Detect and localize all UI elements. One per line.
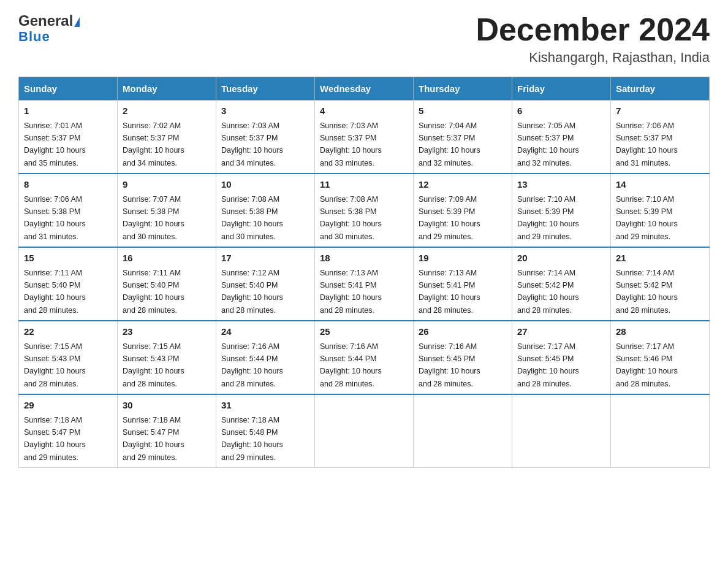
day-info: Sunrise: 7:16 AMSunset: 5:44 PMDaylight:… [221, 342, 283, 388]
col-friday: Friday [512, 77, 611, 101]
day-number: 8 [24, 178, 112, 192]
calendar-cell: 24 Sunrise: 7:16 AMSunset: 5:44 PMDaylig… [216, 321, 315, 394]
calendar-cell: 27 Sunrise: 7:17 AMSunset: 5:45 PMDaylig… [512, 321, 611, 394]
calendar-cell: 18 Sunrise: 7:13 AMSunset: 5:41 PMDaylig… [315, 247, 414, 321]
day-number: 20 [517, 251, 605, 266]
day-info: Sunrise: 7:18 AMSunset: 5:47 PMDaylight:… [123, 416, 184, 462]
day-number: 10 [221, 178, 309, 192]
day-info: Sunrise: 7:14 AMSunset: 5:42 PMDaylight:… [517, 269, 579, 315]
calendar-row-1: 1 Sunrise: 7:01 AMSunset: 5:37 PMDayligh… [19, 101, 710, 174]
calendar-cell [512, 394, 611, 468]
day-number: 11 [320, 178, 408, 192]
day-number: 7 [616, 104, 704, 118]
calendar-header-row: Sunday Monday Tuesday Wednesday Thursday… [19, 77, 710, 101]
day-number: 2 [123, 104, 211, 118]
calendar-row-3: 15 Sunrise: 7:11 AMSunset: 5:40 PMDaylig… [19, 247, 710, 321]
calendar-cell: 23 Sunrise: 7:15 AMSunset: 5:43 PMDaylig… [118, 321, 216, 394]
calendar-subtitle: Kishangargh, Rajasthan, India [476, 50, 710, 66]
calendar-row-4: 22 Sunrise: 7:15 AMSunset: 5:43 PMDaylig… [19, 321, 710, 394]
day-number: 13 [517, 178, 605, 192]
day-info: Sunrise: 7:10 AMSunset: 5:39 PMDaylight:… [616, 195, 678, 241]
calendar-cell [611, 394, 710, 468]
day-info: Sunrise: 7:13 AMSunset: 5:41 PMDaylight:… [419, 269, 480, 315]
day-number: 27 [517, 325, 605, 339]
calendar-cell: 8 Sunrise: 7:06 AMSunset: 5:38 PMDayligh… [19, 174, 118, 247]
day-info: Sunrise: 7:10 AMSunset: 5:39 PMDaylight:… [517, 195, 579, 241]
logo-blue: Blue [18, 29, 50, 45]
logo-text: General [18, 12, 80, 30]
calendar-cell: 4 Sunrise: 7:03 AMSunset: 5:37 PMDayligh… [315, 101, 414, 174]
col-sunday: Sunday [19, 77, 118, 101]
day-info: Sunrise: 7:15 AMSunset: 5:43 PMDaylight:… [123, 342, 184, 388]
calendar-cell: 1 Sunrise: 7:01 AMSunset: 5:37 PMDayligh… [19, 101, 118, 174]
day-info: Sunrise: 7:05 AMSunset: 5:37 PMDaylight:… [517, 121, 579, 167]
calendar-cell: 9 Sunrise: 7:07 AMSunset: 5:38 PMDayligh… [118, 174, 216, 247]
day-number: 5 [419, 104, 507, 118]
day-info: Sunrise: 7:13 AMSunset: 5:41 PMDaylight:… [320, 269, 382, 315]
day-info: Sunrise: 7:16 AMSunset: 5:45 PMDaylight:… [419, 342, 480, 388]
calendar-cell: 6 Sunrise: 7:05 AMSunset: 5:37 PMDayligh… [512, 101, 611, 174]
day-info: Sunrise: 7:08 AMSunset: 5:38 PMDaylight:… [320, 195, 382, 241]
col-tuesday: Tuesday [216, 77, 315, 101]
calendar-cell: 30 Sunrise: 7:18 AMSunset: 5:47 PMDaylig… [118, 394, 216, 468]
calendar-header: December 2024 Kishangargh, Rajasthan, In… [476, 12, 710, 66]
day-info: Sunrise: 7:02 AMSunset: 5:37 PMDaylight:… [123, 121, 184, 167]
day-info: Sunrise: 7:06 AMSunset: 5:37 PMDaylight:… [616, 121, 678, 167]
day-info: Sunrise: 7:01 AMSunset: 5:37 PMDaylight:… [24, 121, 86, 167]
day-number: 26 [419, 325, 507, 339]
day-number: 30 [123, 399, 211, 413]
day-number: 9 [123, 178, 211, 192]
calendar-cell: 31 Sunrise: 7:18 AMSunset: 5:48 PMDaylig… [216, 394, 315, 468]
calendar-cell: 22 Sunrise: 7:15 AMSunset: 5:43 PMDaylig… [19, 321, 118, 394]
day-number: 6 [517, 104, 605, 118]
calendar-cell: 5 Sunrise: 7:04 AMSunset: 5:37 PMDayligh… [414, 101, 512, 174]
day-info: Sunrise: 7:03 AMSunset: 5:37 PMDaylight:… [221, 121, 283, 167]
day-info: Sunrise: 7:06 AMSunset: 5:38 PMDaylight:… [24, 195, 86, 241]
day-info: Sunrise: 7:17 AMSunset: 5:45 PMDaylight:… [517, 342, 579, 388]
day-info: Sunrise: 7:11 AMSunset: 5:40 PMDaylight:… [123, 269, 184, 315]
day-number: 14 [616, 178, 704, 192]
day-info: Sunrise: 7:11 AMSunset: 5:40 PMDaylight:… [24, 269, 86, 315]
day-number: 21 [616, 251, 704, 266]
day-number: 3 [221, 104, 309, 118]
day-number: 4 [320, 104, 408, 118]
day-number: 23 [123, 325, 211, 339]
day-number: 29 [24, 399, 112, 413]
day-info: Sunrise: 7:03 AMSunset: 5:37 PMDaylight:… [320, 121, 382, 167]
day-info: Sunrise: 7:18 AMSunset: 5:47 PMDaylight:… [24, 416, 86, 462]
day-number: 25 [320, 325, 408, 339]
day-number: 12 [419, 178, 507, 192]
day-number: 16 [123, 251, 211, 266]
day-info: Sunrise: 7:09 AMSunset: 5:39 PMDaylight:… [419, 195, 480, 241]
day-info: Sunrise: 7:16 AMSunset: 5:44 PMDaylight:… [320, 342, 382, 388]
day-number: 17 [221, 251, 309, 266]
calendar-cell: 26 Sunrise: 7:16 AMSunset: 5:45 PMDaylig… [414, 321, 512, 394]
calendar-cell [414, 394, 512, 468]
calendar-row-5: 29 Sunrise: 7:18 AMSunset: 5:47 PMDaylig… [19, 394, 710, 468]
day-number: 18 [320, 251, 408, 266]
day-number: 28 [616, 325, 704, 339]
calendar-cell: 16 Sunrise: 7:11 AMSunset: 5:40 PMDaylig… [118, 247, 216, 321]
page-header: General Blue December 2024 Kishangargh, … [18, 12, 710, 66]
day-number: 19 [419, 251, 507, 266]
day-info: Sunrise: 7:15 AMSunset: 5:43 PMDaylight:… [24, 342, 86, 388]
calendar-cell: 17 Sunrise: 7:12 AMSunset: 5:40 PMDaylig… [216, 247, 315, 321]
calendar-cell: 12 Sunrise: 7:09 AMSunset: 5:39 PMDaylig… [414, 174, 512, 247]
calendar-cell: 20 Sunrise: 7:14 AMSunset: 5:42 PMDaylig… [512, 247, 611, 321]
calendar-cell: 2 Sunrise: 7:02 AMSunset: 5:37 PMDayligh… [118, 101, 216, 174]
calendar-cell: 11 Sunrise: 7:08 AMSunset: 5:38 PMDaylig… [315, 174, 414, 247]
calendar-cell: 19 Sunrise: 7:13 AMSunset: 5:41 PMDaylig… [414, 247, 512, 321]
day-number: 1 [24, 104, 112, 118]
calendar-cell [315, 394, 414, 468]
calendar-cell: 25 Sunrise: 7:16 AMSunset: 5:44 PMDaylig… [315, 321, 414, 394]
calendar-cell: 3 Sunrise: 7:03 AMSunset: 5:37 PMDayligh… [216, 101, 315, 174]
calendar-cell: 21 Sunrise: 7:14 AMSunset: 5:42 PMDaylig… [611, 247, 710, 321]
col-wednesday: Wednesday [315, 77, 414, 101]
day-info: Sunrise: 7:04 AMSunset: 5:37 PMDaylight:… [419, 121, 480, 167]
calendar-title: December 2024 [476, 12, 710, 47]
day-info: Sunrise: 7:18 AMSunset: 5:48 PMDaylight:… [221, 416, 283, 462]
calendar-row-2: 8 Sunrise: 7:06 AMSunset: 5:38 PMDayligh… [19, 174, 710, 247]
col-monday: Monday [118, 77, 216, 101]
day-number: 22 [24, 325, 112, 339]
logo: General Blue [18, 12, 80, 45]
